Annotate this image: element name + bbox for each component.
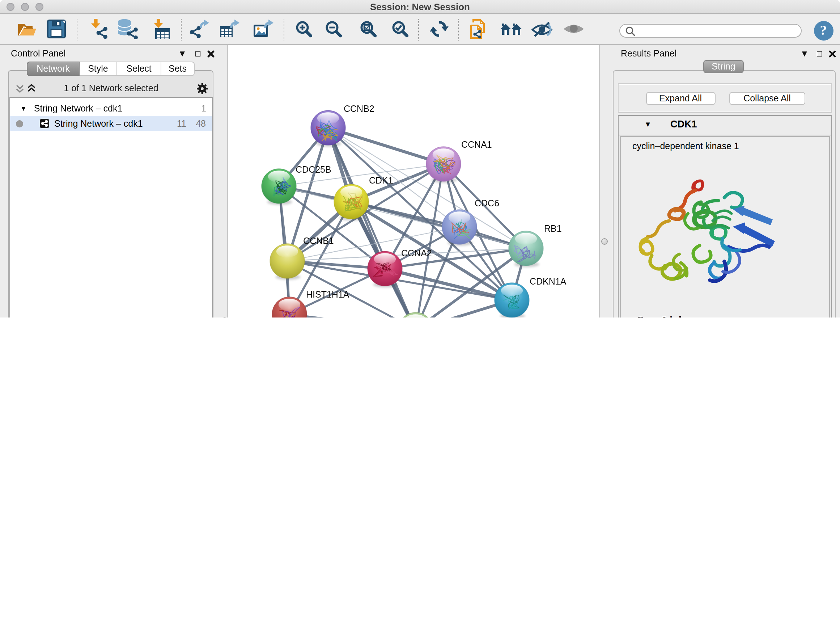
svg-text:CDK1: CDK1	[369, 175, 393, 185]
svg-text:HIST1H1A: HIST1H1A	[306, 289, 349, 299]
svg-text:RB1: RB1	[544, 223, 562, 233]
svg-text:CCNA1: CCNA1	[461, 139, 492, 149]
svg-text:CDC6: CDC6	[475, 198, 499, 208]
svg-text:CCNE1: CCNE1	[434, 317, 465, 318]
svg-text:CCNB1: CCNB1	[303, 236, 334, 246]
svg-text:CCNB2: CCNB2	[344, 103, 374, 114]
svg-text:CDKN1A: CDKN1A	[530, 276, 567, 287]
svg-text:CCNA2: CCNA2	[401, 248, 432, 258]
svg-text:CDC25B: CDC25B	[295, 165, 332, 174]
